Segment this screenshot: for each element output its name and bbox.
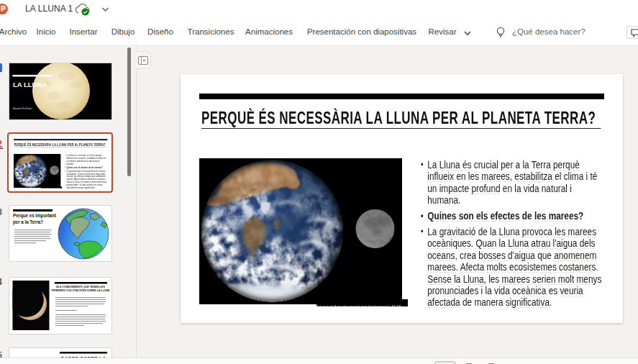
svg-text:LA LLUNA: LA LLUNA	[13, 81, 47, 88]
svg-text:Alejandra Bria Rubies: Alejandra Bria Rubies	[13, 107, 33, 110]
svg-text:PRIMERES CIVILITZACIONS SOBRE: PRIMERES CIVILITZACIONS SOBRE LA LLUNA	[51, 288, 109, 291]
svg-text:per a la Terra?: per a la Terra?	[13, 219, 43, 224]
svg-text:Perquè es important: Perquè es important	[13, 213, 57, 219]
svg-text:ELS CONEIXEMENTS QUE TENIEN LE: ELS CONEIXEMENTS QUE TENIEN LES	[56, 286, 105, 288]
